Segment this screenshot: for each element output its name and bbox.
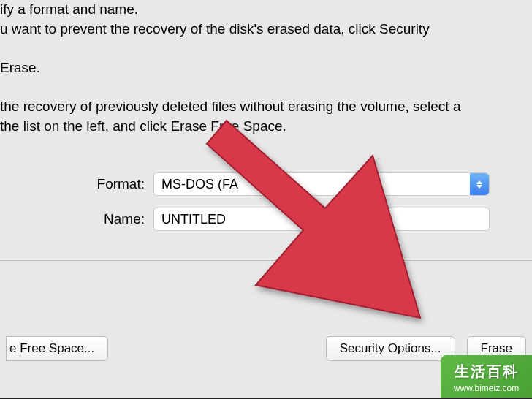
instruction-line-1: ify a format and name. xyxy=(0,0,526,20)
form-section: Format: MS-DOS (FA Name: xyxy=(0,172,532,231)
watermark-url: www.bimeiz.com xyxy=(454,383,519,393)
security-options-button[interactable]: Security Options... xyxy=(326,336,455,361)
format-select[interactable]: MS-DOS (FA xyxy=(153,172,490,196)
chevron-updown-icon xyxy=(470,173,489,195)
instruction-text: ify a format and name. u want to prevent… xyxy=(0,0,532,136)
instruction-line-2: u want to prevent the recovery of the di… xyxy=(0,20,526,39)
instruction-line-5: the list on the left, and click Erase Fr… xyxy=(0,117,526,137)
name-input[interactable] xyxy=(153,208,490,231)
erase-free-space-button[interactable]: e Free Space... xyxy=(6,336,108,361)
divider xyxy=(0,260,532,261)
name-label: Name: xyxy=(15,211,153,227)
watermark: 生活百科 www.bimeiz.com xyxy=(441,355,532,399)
format-label: Format: xyxy=(15,176,153,192)
watermark-title: 生活百科 xyxy=(455,362,519,381)
format-select-value: MS-DOS (FA xyxy=(162,177,238,192)
instruction-line-4: the recovery of previously deleted files… xyxy=(0,97,526,117)
instruction-line-3: Erase. xyxy=(0,58,526,78)
